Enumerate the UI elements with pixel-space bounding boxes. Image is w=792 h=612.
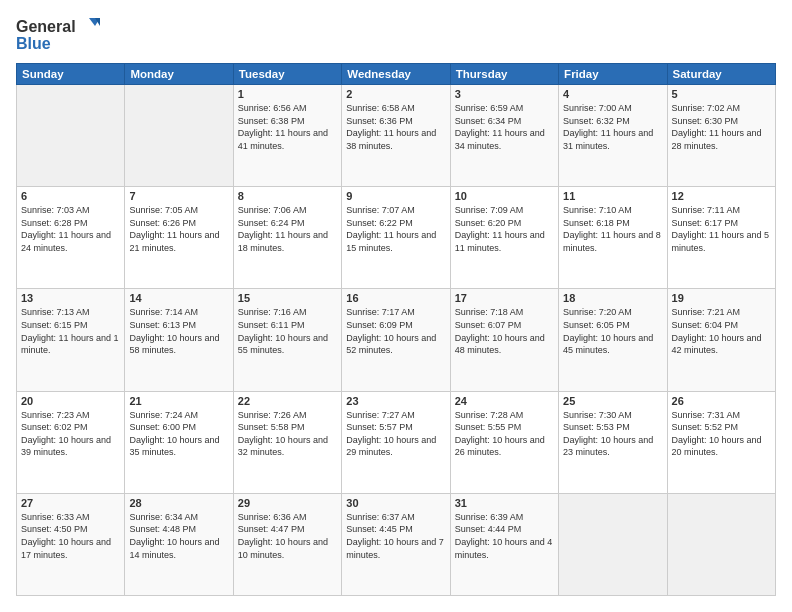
weekday-friday: Friday bbox=[559, 64, 667, 85]
day-info: Sunrise: 7:11 AM Sunset: 6:17 PM Dayligh… bbox=[672, 204, 771, 254]
day-number: 27 bbox=[21, 497, 120, 509]
day-info: Sunrise: 7:13 AM Sunset: 6:15 PM Dayligh… bbox=[21, 306, 120, 356]
day-info: Sunrise: 7:24 AM Sunset: 6:00 PM Dayligh… bbox=[129, 409, 228, 459]
calendar-cell: 29Sunrise: 6:36 AM Sunset: 4:47 PM Dayli… bbox=[233, 493, 341, 595]
day-info: Sunrise: 6:59 AM Sunset: 6:34 PM Dayligh… bbox=[455, 102, 554, 152]
day-number: 6 bbox=[21, 190, 120, 202]
day-number: 24 bbox=[455, 395, 554, 407]
day-info: Sunrise: 7:30 AM Sunset: 5:53 PM Dayligh… bbox=[563, 409, 662, 459]
day-number: 10 bbox=[455, 190, 554, 202]
day-info: Sunrise: 7:09 AM Sunset: 6:20 PM Dayligh… bbox=[455, 204, 554, 254]
calendar-cell: 11Sunrise: 7:10 AM Sunset: 6:18 PM Dayli… bbox=[559, 187, 667, 289]
calendar-cell: 12Sunrise: 7:11 AM Sunset: 6:17 PM Dayli… bbox=[667, 187, 775, 289]
day-number: 30 bbox=[346, 497, 445, 509]
calendar-cell: 17Sunrise: 7:18 AM Sunset: 6:07 PM Dayli… bbox=[450, 289, 558, 391]
logo-container: General Blue bbox=[16, 16, 100, 53]
calendar-cell bbox=[667, 493, 775, 595]
calendar-cell: 18Sunrise: 7:20 AM Sunset: 6:05 PM Dayli… bbox=[559, 289, 667, 391]
logo: General Blue bbox=[16, 16, 100, 53]
calendar-cell: 7Sunrise: 7:05 AM Sunset: 6:26 PM Daylig… bbox=[125, 187, 233, 289]
day-number: 2 bbox=[346, 88, 445, 100]
calendar-cell: 5Sunrise: 7:02 AM Sunset: 6:30 PM Daylig… bbox=[667, 85, 775, 187]
day-number: 21 bbox=[129, 395, 228, 407]
calendar-cell: 21Sunrise: 7:24 AM Sunset: 6:00 PM Dayli… bbox=[125, 391, 233, 493]
calendar-cell: 28Sunrise: 6:34 AM Sunset: 4:48 PM Dayli… bbox=[125, 493, 233, 595]
calendar-cell: 16Sunrise: 7:17 AM Sunset: 6:09 PM Dayli… bbox=[342, 289, 450, 391]
day-info: Sunrise: 7:26 AM Sunset: 5:58 PM Dayligh… bbox=[238, 409, 337, 459]
day-info: Sunrise: 7:28 AM Sunset: 5:55 PM Dayligh… bbox=[455, 409, 554, 459]
calendar-cell: 10Sunrise: 7:09 AM Sunset: 6:20 PM Dayli… bbox=[450, 187, 558, 289]
day-number: 19 bbox=[672, 292, 771, 304]
day-info: Sunrise: 7:14 AM Sunset: 6:13 PM Dayligh… bbox=[129, 306, 228, 356]
day-number: 14 bbox=[129, 292, 228, 304]
day-number: 23 bbox=[346, 395, 445, 407]
day-info: Sunrise: 7:02 AM Sunset: 6:30 PM Dayligh… bbox=[672, 102, 771, 152]
day-number: 3 bbox=[455, 88, 554, 100]
logo-bird-icon bbox=[78, 16, 100, 38]
day-info: Sunrise: 7:21 AM Sunset: 6:04 PM Dayligh… bbox=[672, 306, 771, 356]
calendar-cell: 3Sunrise: 6:59 AM Sunset: 6:34 PM Daylig… bbox=[450, 85, 558, 187]
day-number: 1 bbox=[238, 88, 337, 100]
day-info: Sunrise: 6:36 AM Sunset: 4:47 PM Dayligh… bbox=[238, 511, 337, 561]
weekday-thursday: Thursday bbox=[450, 64, 558, 85]
day-info: Sunrise: 7:18 AM Sunset: 6:07 PM Dayligh… bbox=[455, 306, 554, 356]
calendar-cell: 30Sunrise: 6:37 AM Sunset: 4:45 PM Dayli… bbox=[342, 493, 450, 595]
day-info: Sunrise: 7:16 AM Sunset: 6:11 PM Dayligh… bbox=[238, 306, 337, 356]
week-row-4: 20Sunrise: 7:23 AM Sunset: 6:02 PM Dayli… bbox=[17, 391, 776, 493]
calendar-cell: 2Sunrise: 6:58 AM Sunset: 6:36 PM Daylig… bbox=[342, 85, 450, 187]
day-info: Sunrise: 7:10 AM Sunset: 6:18 PM Dayligh… bbox=[563, 204, 662, 254]
weekday-tuesday: Tuesday bbox=[233, 64, 341, 85]
calendar-cell: 1Sunrise: 6:56 AM Sunset: 6:38 PM Daylig… bbox=[233, 85, 341, 187]
day-number: 9 bbox=[346, 190, 445, 202]
week-row-5: 27Sunrise: 6:33 AM Sunset: 4:50 PM Dayli… bbox=[17, 493, 776, 595]
day-number: 15 bbox=[238, 292, 337, 304]
calendar-cell: 15Sunrise: 7:16 AM Sunset: 6:11 PM Dayli… bbox=[233, 289, 341, 391]
calendar-cell bbox=[559, 493, 667, 595]
calendar-cell: 9Sunrise: 7:07 AM Sunset: 6:22 PM Daylig… bbox=[342, 187, 450, 289]
day-number: 28 bbox=[129, 497, 228, 509]
page: General Blue SundayMondayTuesdayWednesda… bbox=[0, 0, 792, 612]
day-number: 5 bbox=[672, 88, 771, 100]
day-info: Sunrise: 6:34 AM Sunset: 4:48 PM Dayligh… bbox=[129, 511, 228, 561]
day-info: Sunrise: 7:05 AM Sunset: 6:26 PM Dayligh… bbox=[129, 204, 228, 254]
weekday-wednesday: Wednesday bbox=[342, 64, 450, 85]
day-number: 17 bbox=[455, 292, 554, 304]
day-number: 11 bbox=[563, 190, 662, 202]
calendar-cell: 14Sunrise: 7:14 AM Sunset: 6:13 PM Dayli… bbox=[125, 289, 233, 391]
logo-blue-text: Blue bbox=[16, 35, 51, 53]
calendar-cell: 26Sunrise: 7:31 AM Sunset: 5:52 PM Dayli… bbox=[667, 391, 775, 493]
day-info: Sunrise: 7:27 AM Sunset: 5:57 PM Dayligh… bbox=[346, 409, 445, 459]
day-info: Sunrise: 6:37 AM Sunset: 4:45 PM Dayligh… bbox=[346, 511, 445, 561]
day-info: Sunrise: 7:00 AM Sunset: 6:32 PM Dayligh… bbox=[563, 102, 662, 152]
week-row-2: 6Sunrise: 7:03 AM Sunset: 6:28 PM Daylig… bbox=[17, 187, 776, 289]
day-number: 18 bbox=[563, 292, 662, 304]
day-info: Sunrise: 7:17 AM Sunset: 6:09 PM Dayligh… bbox=[346, 306, 445, 356]
calendar-cell: 23Sunrise: 7:27 AM Sunset: 5:57 PM Dayli… bbox=[342, 391, 450, 493]
day-info: Sunrise: 7:31 AM Sunset: 5:52 PM Dayligh… bbox=[672, 409, 771, 459]
day-info: Sunrise: 7:07 AM Sunset: 6:22 PM Dayligh… bbox=[346, 204, 445, 254]
day-number: 26 bbox=[672, 395, 771, 407]
calendar-cell bbox=[17, 85, 125, 187]
day-number: 7 bbox=[129, 190, 228, 202]
calendar-cell: 8Sunrise: 7:06 AM Sunset: 6:24 PM Daylig… bbox=[233, 187, 341, 289]
weekday-header-row: SundayMondayTuesdayWednesdayThursdayFrid… bbox=[17, 64, 776, 85]
calendar-cell: 31Sunrise: 6:39 AM Sunset: 4:44 PM Dayli… bbox=[450, 493, 558, 595]
calendar-cell: 6Sunrise: 7:03 AM Sunset: 6:28 PM Daylig… bbox=[17, 187, 125, 289]
calendar-cell: 24Sunrise: 7:28 AM Sunset: 5:55 PM Dayli… bbox=[450, 391, 558, 493]
calendar-cell: 25Sunrise: 7:30 AM Sunset: 5:53 PM Dayli… bbox=[559, 391, 667, 493]
logo-general-text: General bbox=[16, 18, 76, 36]
day-number: 4 bbox=[563, 88, 662, 100]
day-number: 16 bbox=[346, 292, 445, 304]
weekday-saturday: Saturday bbox=[667, 64, 775, 85]
day-number: 22 bbox=[238, 395, 337, 407]
header: General Blue bbox=[16, 16, 776, 53]
calendar-cell: 19Sunrise: 7:21 AM Sunset: 6:04 PM Dayli… bbox=[667, 289, 775, 391]
day-number: 13 bbox=[21, 292, 120, 304]
day-number: 12 bbox=[672, 190, 771, 202]
calendar-cell: 27Sunrise: 6:33 AM Sunset: 4:50 PM Dayli… bbox=[17, 493, 125, 595]
day-number: 8 bbox=[238, 190, 337, 202]
calendar-cell bbox=[125, 85, 233, 187]
weekday-sunday: Sunday bbox=[17, 64, 125, 85]
week-row-3: 13Sunrise: 7:13 AM Sunset: 6:15 PM Dayli… bbox=[17, 289, 776, 391]
day-number: 25 bbox=[563, 395, 662, 407]
